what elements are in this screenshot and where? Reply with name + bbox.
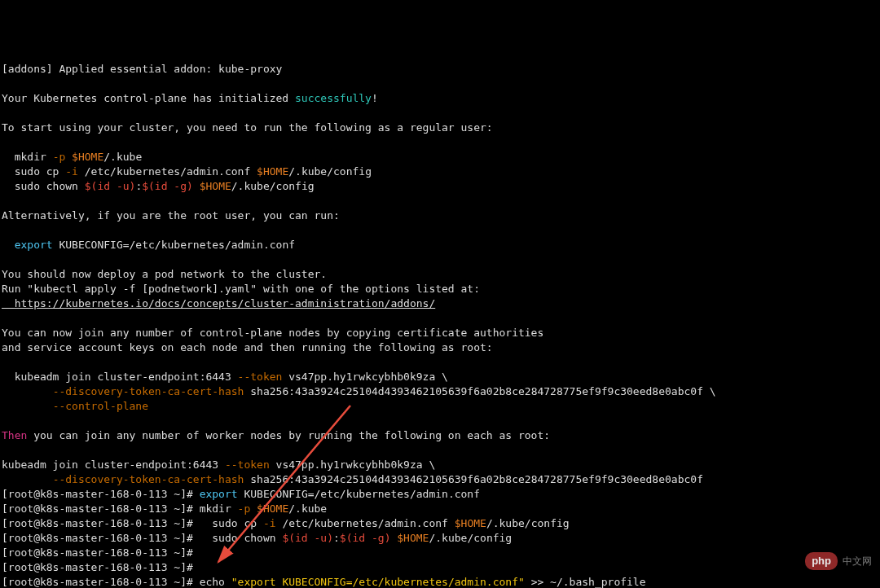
home-var: $HOME	[72, 151, 103, 163]
prompt-5: [root@k8s-master-168-0-113 ~]#	[2, 546, 200, 559]
dtch-pre	[2, 385, 53, 397]
chown-sub-close2: )	[187, 180, 193, 192]
cmd-mkdir-flag: -p	[238, 502, 251, 515]
then-rest: you can join any number of worker nodes …	[27, 429, 550, 441]
cmd-cp-pre: sudo cp	[200, 517, 263, 529]
home-var-2: $HOME	[257, 165, 288, 178]
apply-msg: Run "kubectl apply -f [podnetwork].yaml"…	[2, 283, 480, 295]
kubeadm-pre: kubeadm join cluster-endpoint:6443	[2, 371, 238, 383]
prompt-7: [root@k8s-master-168-0-113 ~]#	[2, 576, 200, 588]
ctrl-flag: --control-plane	[53, 400, 148, 412]
chown-tail: /.kube/config	[231, 180, 315, 192]
cp-mid: /etc/kubernetes/admin.conf	[78, 165, 257, 178]
cmd-cp-mid: /etc/kubernetes/admin.conf	[276, 517, 455, 529]
watermark-text: 中文网	[843, 554, 872, 568]
kubeadm2-val: vs47pp.hy1rwkcybhb0k9za \	[270, 459, 436, 471]
mkdir-cmd: mkdir	[2, 151, 53, 163]
kubeadm2-pre: kubeadm join cluster-endpoint:6443	[2, 459, 225, 471]
cp-flag: -i	[65, 165, 78, 178]
cmd-chown-pre: sudo chown	[200, 532, 283, 544]
prompt-1: [root@k8s-master-168-0-113 ~]#	[2, 488, 200, 500]
sp2	[193, 180, 200, 192]
token-flag: --token	[238, 371, 283, 383]
export-rest: KUBECONFIG=/etc/kubernetes/admin.conf	[53, 239, 295, 251]
token-val: vs47pp.hy1rwkcybhb0k9za \	[282, 371, 448, 383]
home-var-4: $HOME	[257, 502, 288, 515]
dtch-flag: --discovery-token-ca-cert-hash	[53, 385, 244, 397]
cmd-echo-str: "export KUBECONFIG=/etc/kubernetes/admin…	[231, 576, 525, 588]
chown-sub-open: $(	[85, 180, 98, 192]
home-var-3: $HOME	[200, 180, 231, 192]
join-msg2: and service account keys on each node an…	[2, 341, 493, 353]
start-msg: To start using your cluster, you need to…	[2, 121, 493, 134]
dtch2-pre	[2, 473, 53, 485]
then-word: Then	[2, 429, 27, 441]
mkdir-tail: /.kube	[103, 151, 142, 163]
prompt-3: [root@k8s-master-168-0-113 ~]#	[2, 517, 200, 529]
cmd-chown-sub3: $(	[340, 532, 353, 544]
cmd-mkdir-tail: /.kube	[288, 502, 327, 515]
cmd-chown-sub2: )	[327, 532, 333, 544]
alt-msg: Alternatively, if you are the root user,…	[2, 209, 340, 222]
prompt-2: [root@k8s-master-168-0-113 ~]#	[2, 502, 200, 515]
chown-sub-open2: $(	[142, 180, 155, 192]
addons-url[interactable]: https://kubernetes.io/docs/concepts/clus…	[2, 297, 435, 309]
sp3	[250, 502, 257, 515]
prompt-6: [root@k8s-master-168-0-113 ~]#	[2, 561, 200, 573]
cmd-echo-post: >> ~/.bash_profile	[525, 576, 646, 588]
dtch2-val: sha256:43a3924c25104d4393462105639f6a02b…	[244, 473, 703, 485]
sp	[65, 151, 72, 163]
token-flag-2: --token	[225, 459, 270, 471]
chown-cmd: sudo chown	[2, 180, 85, 192]
cmd-chown-tail: /.kube/config	[429, 532, 512, 544]
deploy-msg: You should now deploy a pod network to t…	[2, 268, 327, 280]
cp-init-pre: Your Kubernetes control-plane has initia…	[2, 92, 295, 104]
cmd-cp-tail: /.kube/config	[486, 517, 570, 529]
addons-line: [addons] Applied essential addon: kube-p…	[2, 63, 282, 75]
terminal-output[interactable]: [addons] Applied essential addon: kube-p…	[2, 62, 878, 588]
dtch-flag-2: --discovery-token-ca-cert-hash	[53, 473, 244, 485]
cmd-export-kw: export	[200, 488, 238, 500]
mkdir-flag: -p	[53, 151, 66, 163]
ctrl-pre	[2, 400, 53, 412]
success-word: successfully	[295, 92, 372, 104]
cmd-chown-idg: id -g	[353, 532, 385, 544]
home-var-5: $HOME	[455, 517, 486, 529]
cmd-chown-idu: id -u	[295, 532, 327, 544]
cmd-echo-pre: echo	[200, 576, 231, 588]
watermark-badge: php	[805, 552, 838, 570]
cp-tail: /.kube/config	[288, 165, 372, 178]
cmd-mkdir: mkdir	[200, 502, 238, 515]
cmd-cp-flag: -i	[263, 517, 276, 529]
cmd-chown-colon: :	[333, 532, 340, 544]
cmd-export-rest: KUBECONFIG=/etc/kubernetes/admin.conf	[238, 488, 480, 500]
chown-idg: id -g	[155, 180, 187, 192]
cp-cmd: sudo cp	[2, 165, 65, 178]
prompt-4: [root@k8s-master-168-0-113 ~]#	[2, 532, 200, 544]
cmd-chown-sub1: $(	[282, 532, 295, 544]
home-var-6: $HOME	[397, 532, 429, 544]
chown-idu: id -u	[97, 180, 129, 192]
dtch-val: sha256:43a3924c25104d4393462105639f6a02b…	[244, 385, 715, 397]
join-msg1: You can now join any number of control-p…	[2, 327, 543, 339]
watermark: php 中文网	[805, 552, 872, 570]
export-keyword: export	[2, 239, 53, 251]
cp-init-post: !	[372, 92, 378, 104]
